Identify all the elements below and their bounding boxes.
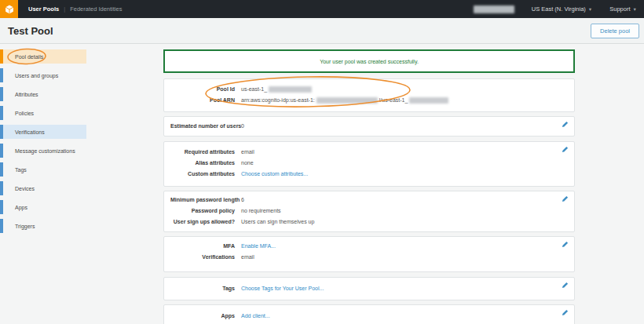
account-name-redacted[interactable] (474, 5, 514, 13)
chevron-down-icon: ▼ (633, 7, 637, 12)
row-value: email (241, 147, 254, 158)
enable-mfa-link[interactable]: Enable MFA... (241, 241, 276, 252)
row-label: Minimum password length (170, 195, 235, 206)
attributes-card: Required attributes email Alias attribut… (163, 141, 575, 187)
indicator-bar (0, 181, 3, 195)
detail-row: Estimated number of users 0 (170, 121, 568, 132)
edit-pencil-icon[interactable] (562, 282, 569, 289)
indicator-bar (0, 68, 3, 82)
active-indicator-bar (0, 49, 3, 64)
edit-pencil-icon[interactable] (562, 309, 569, 316)
indicator-bar (0, 200, 3, 214)
row-label: User sign ups allowed? (170, 217, 235, 228)
nav-tab-user-pools[interactable]: User Pools (28, 5, 59, 13)
row-label: Custom attributes (170, 169, 235, 180)
detail-row: Verifications email (170, 252, 568, 263)
cognito-cube-logo-icon[interactable] (0, 0, 18, 18)
sidebar-item-label: Message customizations (0, 148, 75, 154)
detail-row: Tags Choose Tags for Your User Pool... (170, 283, 568, 294)
indicator-bar (0, 87, 3, 101)
sidebar-item-users-and-groups[interactable]: Users and groups (0, 68, 86, 82)
sidebar-item-message-customizations[interactable]: Message customizations (0, 144, 86, 158)
row-value: us-east-1_ (241, 84, 313, 95)
indicator-bar (0, 162, 3, 177)
choose-tags-link[interactable]: Choose Tags for Your User Pool... (241, 283, 324, 294)
detail-row: Apps Add client... (170, 311, 568, 322)
row-label: Estimated number of users (170, 121, 235, 132)
pool-details-card: Pool Id us-east-1_ Pool ARN arn:aws:cogn… (163, 78, 575, 112)
nav-right-menus: US East (N. Virginia) ▼ Support ▼ (474, 5, 644, 13)
indicator-bar (0, 144, 3, 158)
detail-row: MFA Enable MFA... (170, 241, 568, 252)
estimated-users-card: Estimated number of users 0 (163, 116, 575, 137)
region-menu[interactable]: US East (N. Virginia) ▼ (532, 5, 593, 13)
sidebar-item-label: Devices (0, 186, 35, 191)
row-label: Tags (170, 283, 235, 294)
pool-id-redacted (269, 86, 312, 93)
page-title: Test Pool (8, 25, 53, 37)
row-value: arn:aws:cognito-idp:us-east-1: l/us-east… (241, 95, 450, 106)
sidebar-item-apps[interactable]: Apps (0, 200, 86, 214)
apps-card: Apps Add client... (163, 304, 575, 324)
indicator-bar (0, 106, 3, 120)
sidebar-item-attributes[interactable]: Attributes (0, 87, 86, 101)
sidebar-item-label: Pool details (0, 54, 43, 60)
sidebar-item-triggers[interactable]: Triggers (0, 219, 86, 233)
sidebar-item-pool-details[interactable]: Pool details (0, 49, 86, 64)
indicator-bar (0, 219, 3, 233)
row-label: Pool ARN (170, 95, 235, 106)
row-value: no requirements (241, 206, 281, 217)
pool-id-row: Pool Id us-east-1_ (170, 84, 568, 95)
row-label: Verifications (170, 252, 235, 263)
success-banner: Your user pool was created successfully. (163, 49, 575, 73)
nav-service-tabs: User Pools | Federated Identities (28, 5, 122, 13)
row-label: Pool Id (170, 84, 235, 95)
chevron-down-icon: ▼ (588, 7, 592, 12)
sidebar-item-verifications[interactable]: Verifications (0, 125, 86, 139)
edit-pencil-icon[interactable] (562, 146, 569, 153)
nav-tab-federated-identities[interactable]: Federated Identities (70, 5, 122, 13)
region-label: US East (N. Virginia) (532, 5, 586, 13)
sidebar-item-label: Users and groups (0, 73, 58, 78)
nav-divider: | (64, 5, 65, 13)
support-menu[interactable]: Support ▼ (609, 5, 637, 13)
detail-row: Custom attributes Choose custom attribut… (170, 169, 568, 180)
sidebar-item-devices[interactable]: Devices (0, 181, 86, 195)
edit-pencil-icon[interactable] (562, 195, 569, 202)
pool-arn-account-redacted (317, 97, 378, 104)
sidebar-item-label: Policies (0, 111, 34, 116)
row-value: 6 (241, 195, 244, 206)
row-label: Password policy (170, 206, 235, 217)
sidebar-item-label: Attributes (0, 92, 38, 97)
indicator-bar (0, 125, 3, 139)
delete-pool-button[interactable]: Delete pool (591, 24, 639, 38)
sidebar-item-tags[interactable]: Tags (0, 162, 86, 177)
row-value: Users can sign themselves up (241, 217, 314, 228)
detail-row: Required attributes email (170, 147, 568, 158)
edit-pencil-icon[interactable] (562, 241, 569, 248)
pool-arn-mid: l/us-east-1_ (379, 95, 408, 106)
detail-row: Password policy no requirements (170, 206, 568, 217)
tags-card: Tags Choose Tags for Your User Pool... (163, 277, 575, 300)
pool-arn-suffix-redacted (409, 97, 448, 104)
mfa-verifications-card: MFA Enable MFA... Verifications email (163, 236, 575, 272)
edit-pencil-icon[interactable] (562, 121, 569, 128)
sidebar-item-label: Tags (0, 167, 27, 173)
pool-id-prefix: us-east-1_ (241, 84, 267, 95)
row-label: Required attributes (170, 147, 235, 158)
password-policy-card: Minimum password length 6 Password polic… (163, 191, 575, 232)
row-label: Apps (170, 311, 235, 322)
choose-custom-attributes-link[interactable]: Choose custom attributes... (241, 169, 308, 180)
sidebar-item-label: Apps (0, 205, 27, 210)
page-header: Test Pool Delete pool (0, 18, 644, 44)
support-label: Support (609, 5, 630, 13)
row-label: Alias attributes (170, 158, 235, 169)
cube-icon (4, 4, 15, 15)
row-value: 0 (241, 121, 244, 132)
main-content: Your user pool was created successfully.… (163, 44, 575, 324)
sidebar-item-label: Verifications (0, 129, 45, 135)
detail-row: Alias attributes none (170, 158, 568, 169)
row-value: none (241, 158, 254, 169)
add-client-link[interactable]: Add client... (241, 311, 270, 322)
sidebar-item-policies[interactable]: Policies (0, 106, 86, 120)
